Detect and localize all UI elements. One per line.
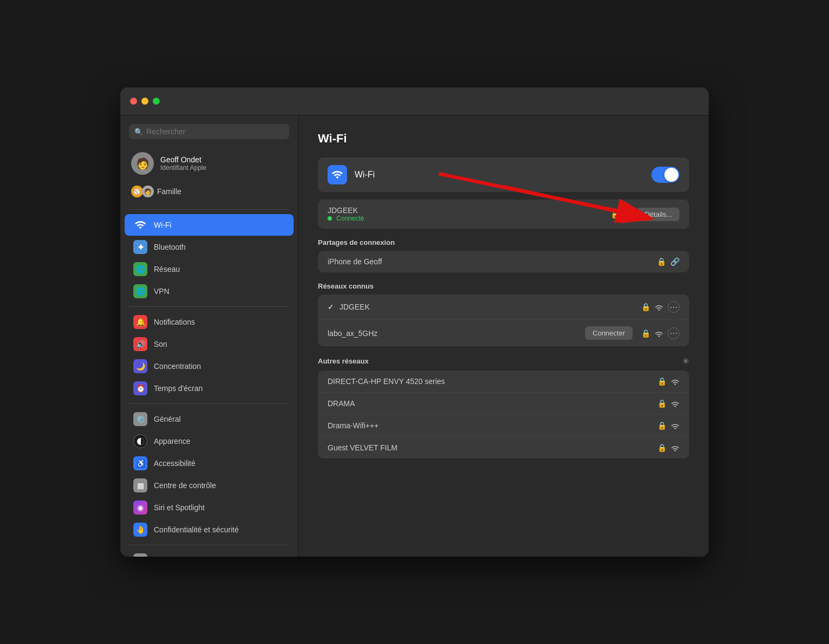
- minimize-button[interactable]: [141, 98, 148, 105]
- temps-icon: ⏰: [133, 381, 147, 395]
- sidebar-item-vpn[interactable]: 🌐 VPN: [125, 280, 294, 302]
- wifi-icon: [133, 218, 147, 232]
- wifi-toggle[interactable]: [651, 167, 679, 183]
- other-network-row-3[interactable]: Drama-Wifi+++ 🔒: [318, 415, 689, 437]
- partages-section-label: Partages de connexion: [318, 238, 689, 246]
- sidebar-item-label-temps: Temps d'écran: [154, 384, 203, 393]
- sidebar-item-label-general: Général: [154, 415, 181, 423]
- other-networks-box: DIRECT-CA-HP ENVY 4520 series 🔒 DRAMA 🔒: [318, 371, 689, 458]
- partage-icons: 🔒 🔗: [657, 257, 679, 266]
- details-button[interactable]: Détails...: [637, 208, 679, 221]
- partages-box: iPhone de Geoff 🔒 🔗: [318, 251, 689, 272]
- reseau-icon: 🌐: [133, 262, 147, 276]
- known-networks-box: ✓ JDGEEK 🔒 ··· labo_ax_5GHz: [318, 294, 689, 346]
- sidebar-item-label-confidentialite: Confidentialité et sécurité: [154, 525, 239, 534]
- user-profile-row[interactable]: 🧑 Geoff Ondet Identifiant Apple: [120, 148, 298, 182]
- centre-icon: ▦: [133, 478, 147, 492]
- notifications-icon: 🔔: [133, 315, 147, 329]
- more-icon-known-1[interactable]: ···: [668, 301, 679, 313]
- sidebar-item-concentration[interactable]: 🌙 Concentration: [125, 355, 294, 377]
- window-content: 🔍 🧑 Geoff Ondet Identifiant Apple ⚾ 🧑 Fa…: [120, 115, 709, 557]
- sidebar-item-general[interactable]: ⚙️ Général: [125, 408, 294, 430]
- sidebar-divider-1: [129, 209, 289, 210]
- titlebar: [120, 87, 709, 115]
- other-network-icons-2: 🔒: [657, 399, 679, 408]
- user-name: Geoff Ondet: [160, 155, 206, 164]
- sidebar-divider-2: [129, 306, 289, 307]
- toggle-thumb: [664, 168, 678, 182]
- maximize-button[interactable]: [153, 98, 160, 105]
- other-network-name-1: DIRECT-CA-HP ENVY 4520 series: [328, 377, 657, 386]
- traffic-lights: [130, 98, 160, 105]
- sidebar-item-label-vpn: VPN: [154, 287, 169, 296]
- other-networks-label: Autres réseaux: [318, 357, 369, 365]
- more-icon-known-2[interactable]: ···: [668, 327, 679, 339]
- sidebar-item-wifi[interactable]: Wi-Fi: [125, 214, 294, 236]
- checkmark: ✓: [328, 303, 334, 311]
- system-preferences-window: 🔍 🧑 Geoff Ondet Identifiant Apple ⚾ 🧑 Fa…: [120, 87, 709, 557]
- sidebar-item-notifications[interactable]: 🔔 Notifications: [125, 311, 294, 333]
- sidebar-item-temps[interactable]: ⏰ Temps d'écran: [125, 378, 294, 399]
- sidebar-item-centre[interactable]: ▦ Centre de contrôle: [125, 475, 294, 496]
- search-input[interactable]: [146, 127, 284, 136]
- link-icon-partage: 🔗: [670, 257, 679, 266]
- other-network-icons-4: 🔒: [657, 443, 679, 452]
- user-info: Geoff Ondet Identifiant Apple: [160, 155, 206, 172]
- lock-icon-other-2: 🔒: [657, 399, 667, 408]
- famille-icon-2: 🧑: [142, 186, 154, 197]
- connected-network-name: JDGEEK: [328, 206, 610, 215]
- general-icon: ⚙️: [133, 412, 147, 426]
- accessibilite-icon: ♿: [133, 456, 147, 470]
- sidebar-item-label-wifi: Wi-Fi: [154, 221, 172, 229]
- sidebar-item-confidentialite[interactable]: 🤚 Confidentialité et sécurité: [125, 519, 294, 540]
- bluetooth-icon: ✦: [133, 240, 147, 254]
- known-network-icons-1: 🔒 ···: [641, 301, 679, 313]
- known-network-name-1: JDGEEK: [339, 303, 641, 311]
- sidebar-item-label-accessibilite: Accessibilité: [154, 459, 195, 468]
- avatar: 🧑: [131, 152, 154, 175]
- lock-icon-other-1: 🔒: [657, 377, 667, 386]
- search-bar[interactable]: 🔍: [129, 124, 289, 139]
- sidebar-item-siri[interactable]: ◉ Siri et Spotlight: [125, 497, 294, 518]
- other-network-row-1[interactable]: DIRECT-CA-HP ENVY 4520 series 🔒: [318, 371, 689, 393]
- wifi-icon-other-2: [671, 400, 679, 407]
- known-network-icons-2: Connecter 🔒 ···: [585, 326, 679, 340]
- known-network-row-2[interactable]: labo_ax_5GHz Connecter 🔒 ···: [318, 320, 689, 346]
- other-networks-header: Autres réseaux ✳: [318, 356, 689, 366]
- son-icon: 🔊: [133, 337, 147, 351]
- sidebar-item-label-siri: Siri et Spotlight: [154, 503, 205, 512]
- connected-network-icons: 🔒 Détails...: [610, 208, 679, 221]
- sidebar-item-accessibilite[interactable]: ♿ Accessibilité: [125, 453, 294, 474]
- known-networks-label: Réseaux connus: [318, 282, 689, 290]
- known-network-name-2: labo_ax_5GHz: [328, 329, 585, 338]
- connected-status: Connecté: [328, 215, 610, 222]
- sidebar-item-label-concentration: Concentration: [154, 362, 201, 371]
- other-network-row-4[interactable]: Guest VELVET FILM 🔒: [318, 437, 689, 458]
- user-subtitle: Identifiant Apple: [160, 164, 206, 172]
- sidebar-item-son[interactable]: 🔊 Son: [125, 333, 294, 355]
- sidebar-item-bureau[interactable]: 🖥️ Bureau et Dock: [125, 550, 294, 557]
- sidebar-item-apparence[interactable]: Apparence: [125, 430, 294, 452]
- wifi-icon-other-1: [671, 378, 679, 385]
- other-network-icons-1: 🔒: [657, 377, 679, 386]
- network-main-info: JDGEEK Connecté: [328, 206, 610, 222]
- close-button[interactable]: [130, 98, 137, 105]
- concentration-icon: 🌙: [133, 359, 147, 373]
- connected-network-box: JDGEEK Connecté 🔒: [318, 200, 689, 229]
- other-network-row-2[interactable]: DRAMA 🔒: [318, 393, 689, 415]
- wifi-icon-known-2: [655, 330, 663, 337]
- bureau-icon: 🖥️: [133, 553, 147, 557]
- wifi-icon-other-3: [671, 422, 679, 429]
- sidebar-item-reseau[interactable]: 🌐 Réseau: [125, 258, 294, 280]
- lock-icon-other-4: 🔒: [657, 443, 667, 452]
- sidebar-item-bluetooth[interactable]: ✦ Bluetooth: [125, 236, 294, 258]
- connected-network-row: JDGEEK Connecté 🔒: [318, 200, 689, 229]
- partage-row[interactable]: iPhone de Geoff 🔒 🔗: [318, 251, 689, 272]
- connect-button[interactable]: Connecter: [585, 326, 633, 340]
- main-wrapper: Wi-Fi Wi-Fi: [298, 115, 709, 557]
- famille-row[interactable]: ⚾ 🧑 Famille: [120, 182, 298, 205]
- known-network-row-1[interactable]: ✓ JDGEEK 🔒 ···: [318, 294, 689, 320]
- partage-name: iPhone de Geoff: [328, 257, 657, 266]
- lock-icon-connected: 🔒: [610, 210, 620, 218]
- wifi-big-icon: [328, 165, 347, 184]
